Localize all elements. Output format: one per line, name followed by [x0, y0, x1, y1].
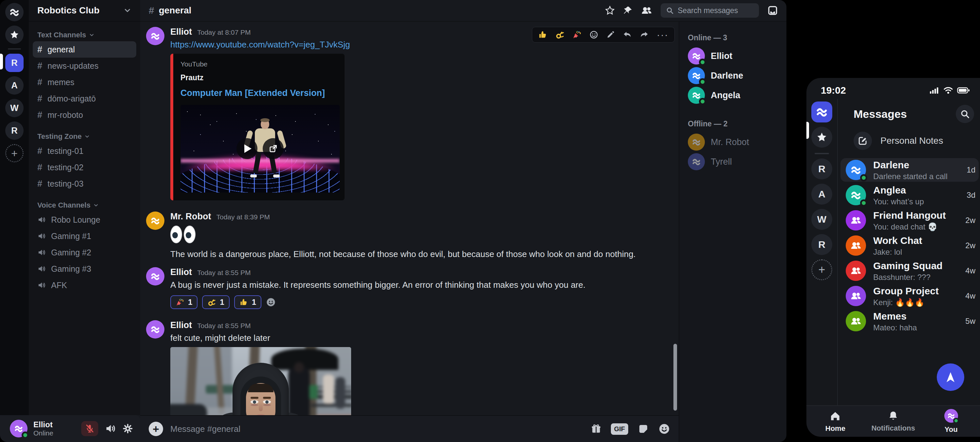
new-chat-fab[interactable]: [937, 363, 964, 391]
channel-testing-03[interactable]: # testing-03: [33, 175, 136, 192]
chat-friend-hangout[interactable]: Friend Hangout You: dead chat 💀 2w: [840, 208, 979, 232]
message: Mr. Robot Today at 8:39 PM The world is …: [140, 211, 679, 259]
message-composer: + GIF: [140, 415, 679, 442]
server-robotics-club[interactable]: R: [5, 54, 24, 72]
react-thumbs-up-icon[interactable]: [538, 30, 547, 39]
favourites-button[interactable]: [811, 127, 832, 148]
chat-darlene[interactable]: Darlene Darlene started a call 1d: [840, 158, 979, 182]
member-tyrell[interactable]: Tyrell: [688, 152, 786, 172]
deafen-speaker-icon[interactable]: [105, 423, 116, 434]
message: Elliot Today at 8:07 PM https://www.yout…: [140, 27, 679, 200]
pinned-messages-icon[interactable]: [623, 6, 633, 15]
gif-picker-button[interactable]: GIF: [611, 423, 628, 435]
member-elliot[interactable]: Elliot: [688, 46, 786, 66]
channel-general[interactable]: # general: [33, 41, 136, 57]
emoji-picker-icon[interactable]: [659, 423, 670, 435]
home-button[interactable]: [811, 102, 832, 122]
search-input[interactable]: [678, 6, 746, 15]
channel-mr-roboto[interactable]: # mr-roboto: [33, 107, 136, 123]
channel-domo-arigato[interactable]: # dōmo-arigatō: [33, 91, 136, 107]
microphone-mute-button[interactable]: [81, 421, 98, 436]
channel-testing-02[interactable]: # testing-02: [33, 159, 136, 175]
gift-icon[interactable]: [590, 423, 602, 434]
voice-gaming-3[interactable]: Gaming #3: [33, 261, 136, 277]
server-w[interactable]: W: [5, 99, 24, 117]
nav-you[interactable]: You: [922, 406, 980, 437]
chat-anglea[interactable]: Anglea You: what’s up 3d: [840, 183, 979, 207]
member-darlene[interactable]: Darlene: [688, 66, 786, 86]
server-r[interactable]: R: [811, 159, 832, 180]
chat-work-chat[interactable]: Work Chat Jake: lol 2w: [840, 234, 979, 258]
category-text-channels[interactable]: Text Channels: [37, 31, 135, 39]
add-reaction-icon[interactable]: [589, 30, 598, 39]
channel-testing-01[interactable]: # testing-01: [33, 143, 136, 159]
search-button[interactable]: [956, 105, 974, 123]
message-author[interactable]: Elliot: [170, 27, 192, 37]
add-reaction-button[interactable]: [266, 297, 276, 307]
server-w[interactable]: W: [811, 209, 832, 230]
server-header[interactable]: Robotics Club: [29, 0, 140, 22]
group-icon: [850, 265, 861, 276]
member-angela[interactable]: Angela: [688, 86, 786, 105]
category-testing-zone[interactable]: Testing Zone: [37, 132, 135, 141]
personal-notes-item[interactable]: Personal Notes: [838, 123, 980, 150]
server-r2[interactable]: R: [811, 234, 832, 255]
avatar[interactable]: [146, 211, 164, 230]
add-server-button[interactable]: +: [811, 259, 832, 280]
chat-group-project[interactable]: Group Project Kenji: 🔥🔥🔥 4w: [840, 284, 979, 308]
search-box[interactable]: [661, 3, 759, 17]
message-author[interactable]: Elliot: [170, 320, 192, 330]
add-server-button[interactable]: +: [5, 144, 24, 162]
attach-button[interactable]: +: [149, 422, 163, 436]
members-icon[interactable]: [641, 5, 652, 16]
embed-title[interactable]: Computer Man [Extended Version]: [180, 88, 337, 98]
voice-gaming-1[interactable]: Gaming #1: [33, 228, 136, 244]
attached-photo[interactable]: [170, 347, 351, 415]
user-status: Online: [33, 429, 53, 437]
hash-icon: #: [37, 162, 42, 173]
channel-title: general: [159, 5, 192, 16]
voice-robo-lounge[interactable]: Robo Lounge: [33, 211, 136, 228]
hash-icon: #: [37, 146, 42, 156]
react-ok-hand-icon[interactable]: [555, 30, 564, 39]
react-party-popper-icon[interactable]: [572, 30, 581, 39]
play-button[interactable]: [237, 138, 258, 159]
edit-icon[interactable]: [606, 30, 615, 39]
channel-news-updates[interactable]: # news-updates: [33, 57, 136, 74]
reaction-party-popper[interactable]: 1: [170, 295, 197, 309]
avatar[interactable]: [146, 27, 164, 45]
nav-home[interactable]: Home: [807, 406, 864, 437]
nav-notifications[interactable]: Notifications: [864, 406, 922, 437]
reply-icon[interactable]: [623, 30, 632, 39]
channel-memes[interactable]: # memes: [33, 74, 136, 91]
voice-gaming-2[interactable]: Gaming #2: [33, 244, 136, 261]
user-avatar[interactable]: [10, 420, 27, 437]
message-author[interactable]: Elliot: [170, 267, 192, 277]
avatar[interactable]: [146, 320, 164, 339]
reaction-thumbs-up[interactable]: 1: [234, 295, 261, 309]
chat-gaming-squad[interactable]: Gaming Squad Basshunter: ??? 4w: [840, 259, 979, 283]
home-button[interactable]: [5, 3, 24, 21]
message-actions-toolbar: ···: [532, 27, 675, 43]
server-r2[interactable]: R: [5, 121, 24, 140]
chat-memes[interactable]: Memes Mateo: haha 5w: [840, 309, 979, 333]
forward-icon[interactable]: [640, 30, 649, 39]
member-mr-robot[interactable]: Mr. Robot: [688, 132, 786, 152]
favourites-button[interactable]: [5, 25, 24, 44]
voice-afk[interactable]: AFK: [33, 277, 136, 293]
message-link[interactable]: https://www.youtube.com/watch?v=jeg_TJvk…: [170, 40, 350, 50]
server-a[interactable]: A: [5, 76, 24, 95]
sticker-icon[interactable]: [637, 423, 649, 435]
settings-gear-icon[interactable]: [123, 423, 133, 434]
avatar[interactable]: [146, 267, 164, 286]
more-actions-icon[interactable]: ···: [657, 32, 668, 38]
category-voice-channels[interactable]: Voice Channels: [37, 201, 135, 210]
message-author[interactable]: Mr. Robot: [170, 211, 211, 222]
message-input[interactable]: [170, 424, 583, 434]
open-external-button[interactable]: [262, 138, 284, 159]
chat-scrollbar[interactable]: [673, 344, 677, 410]
toggle-panel-icon[interactable]: [767, 5, 778, 16]
reaction-ok-hand[interactable]: 1: [202, 295, 229, 309]
server-a[interactable]: A: [811, 184, 832, 205]
favourite-channel-icon[interactable]: [605, 6, 615, 15]
